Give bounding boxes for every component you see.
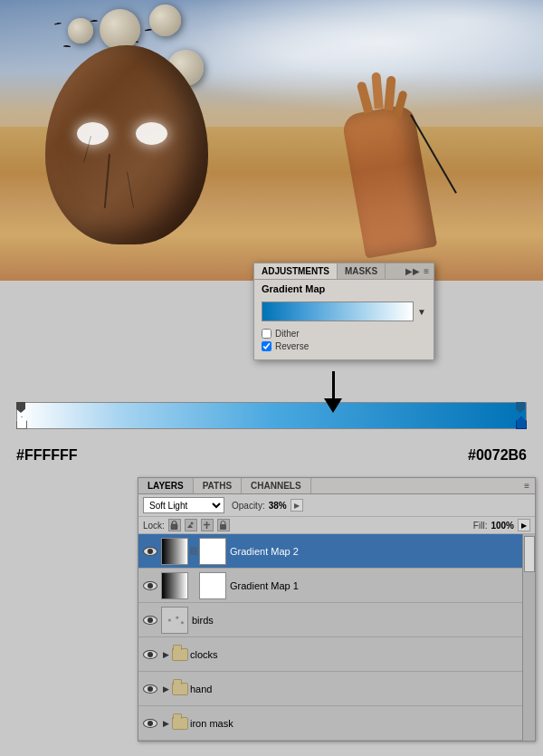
layer-visibility-gradient-map-2[interactable]	[142, 543, 158, 560]
folder-shape	[172, 717, 188, 730]
layers-list: ⛓ Gradient Map 2 Gradient Map 1	[138, 534, 535, 741]
layer-chain-icon	[190, 578, 197, 594]
lock-transparent-btn[interactable]	[168, 519, 181, 531]
eye-icon	[143, 684, 157, 694]
forward-icon[interactable]: ▶▶	[405, 266, 420, 276]
layer-thumb-group	[161, 607, 188, 634]
adjustments-panel: ADJUSTMENTS MASKS ▶▶ ≡ Gradient Map ▼ Di…	[253, 263, 434, 360]
photo-canvas	[0, 0, 543, 281]
adjustments-tabs: ADJUSTMENTS MASKS ▶▶ ≡	[254, 263, 433, 280]
gradient-dropdown-arrow[interactable]: ▼	[417, 307, 426, 317]
group-expand-clocks[interactable]: ▶	[161, 646, 170, 663]
opacity-label: Opacity:	[232, 501, 265, 511]
fill-arrow[interactable]: ▶	[518, 519, 530, 531]
reverse-checkbox[interactable]	[262, 341, 272, 351]
layer-chain-icon: ⛓	[190, 543, 197, 560]
folder-icon-hand	[170, 681, 190, 697]
tab-paths[interactable]: PATHS	[194, 478, 242, 493]
eye-left	[77, 122, 109, 145]
layer-visibility-ironmask[interactable]	[142, 715, 158, 732]
tab-channels[interactable]: CHANNELS	[242, 478, 311, 493]
layer-row[interactable]: ▶ iron mask	[138, 706, 535, 741]
folder-shape	[172, 648, 188, 661]
layer-visibility-hand[interactable]	[142, 681, 158, 697]
layers-panel: LAYERS PATHS CHANNELS ≡ Soft Light Opaci…	[138, 477, 536, 742]
layers-scrollbar[interactable]	[522, 534, 535, 741]
gradient-bar-container	[16, 402, 527, 429]
eye-icon	[143, 616, 157, 625]
reverse-label: Reverse	[275, 341, 309, 351]
eye-right	[136, 122, 167, 145]
lock-position-btn[interactable]	[201, 519, 214, 531]
gradient-stop-top-right[interactable]	[516, 402, 527, 415]
lock-label: Lock:	[143, 521, 165, 531]
layer-row[interactable]: Gradient Map 1	[138, 569, 535, 603]
menu-icon[interactable]: ≡	[424, 266, 429, 276]
arrow-indicator	[324, 371, 342, 413]
opacity-value: 38%	[269, 501, 287, 511]
iron-mask-figure	[27, 27, 226, 281]
gradient-stop-bottom-left[interactable]	[16, 416, 27, 429]
layer-visibility-birds[interactable]	[142, 612, 158, 628]
fill-value: 100%	[491, 521, 514, 531]
eye-icon	[143, 581, 157, 590]
arrow-shaft	[332, 371, 335, 398]
layer-name-clocks: clocks	[190, 649, 531, 660]
lock-image-btn[interactable]	[185, 519, 197, 531]
layer-name-gradient-map-1: Gradient Map 1	[230, 580, 531, 591]
group-expand-hand[interactable]: ▶	[161, 681, 170, 697]
color-label-left: #FFFFFF	[16, 447, 78, 464]
lock-all-btn[interactable]	[217, 519, 230, 531]
dither-checkbox[interactable]	[262, 329, 272, 339]
adjustments-options: Dither Reverse	[254, 325, 433, 359]
eye-icon	[143, 547, 157, 556]
layer-row[interactable]: ▶ clocks	[138, 637, 535, 672]
hand-shape	[341, 103, 438, 258]
layer-row[interactable]: birds	[138, 603, 535, 637]
layers-panel-menu[interactable]: ≡	[519, 479, 535, 493]
layer-mask-gradient-map-2	[199, 538, 226, 565]
layer-row[interactable]: ▶ hand	[138, 672, 535, 706]
gradient-bar-section	[0, 389, 543, 429]
gradient-bar[interactable]	[16, 402, 527, 429]
hand-figure	[335, 91, 443, 254]
layer-name-hand: hand	[190, 684, 531, 694]
arrow-head	[324, 398, 342, 413]
dither-label: Dither	[275, 329, 300, 339]
gradient-preview[interactable]	[262, 301, 414, 321]
svg-rect-2	[220, 524, 226, 530]
color-labels: #FFFFFF #0072B6	[0, 444, 543, 467]
layer-name-ironmask: iron mask	[190, 718, 531, 729]
scrollbar-thumb[interactable]	[524, 536, 535, 572]
fill-label: Fill:	[473, 521, 488, 531]
folder-icon-ironmask	[170, 715, 190, 732]
gradient-preview-row: ▼	[254, 298, 433, 325]
group-expand-ironmask[interactable]: ▶	[161, 715, 170, 732]
color-stop-blue[interactable]	[516, 416, 527, 429]
folder-shape	[172, 683, 188, 695]
layer-thumbnail-gradient-map-1	[161, 572, 188, 599]
color-stop-white[interactable]	[16, 416, 27, 429]
gradient-stop-top-left[interactable]	[16, 402, 27, 415]
opacity-arrow[interactable]: ▶	[291, 499, 303, 512]
tab-masks[interactable]: MASKS	[338, 263, 386, 279]
layer-thumbnail-gradient-map-2	[161, 538, 188, 565]
blend-mode-select[interactable]: Soft Light	[143, 497, 224, 513]
lock-fill-row: Lock: Fill: 100% ▶	[138, 517, 535, 534]
layer-thumb-group: ⛓	[161, 538, 226, 565]
tab-layers[interactable]: LAYERS	[138, 478, 194, 493]
layer-row[interactable]: ⛓ Gradient Map 2	[138, 534, 535, 569]
layer-visibility-gradient-map-1[interactable]	[142, 578, 158, 594]
layers-tabs: LAYERS PATHS CHANNELS ≡	[138, 478, 535, 494]
eye-icon	[143, 719, 157, 728]
folder-icon-clocks	[170, 646, 190, 663]
layer-thumb-group	[161, 572, 226, 599]
gradient-stop-bottom-right[interactable]	[516, 416, 527, 429]
dither-row: Dither	[262, 329, 426, 339]
tab-adjustments[interactable]: ADJUSTMENTS	[254, 263, 338, 279]
layer-name-birds: birds	[192, 615, 531, 626]
tab-extras: ▶▶ ≡	[401, 263, 433, 279]
layer-visibility-clocks[interactable]	[142, 646, 158, 663]
layers-controls: Soft Light Opacity: 38% ▶	[138, 494, 535, 517]
eye-icon	[143, 650, 157, 659]
